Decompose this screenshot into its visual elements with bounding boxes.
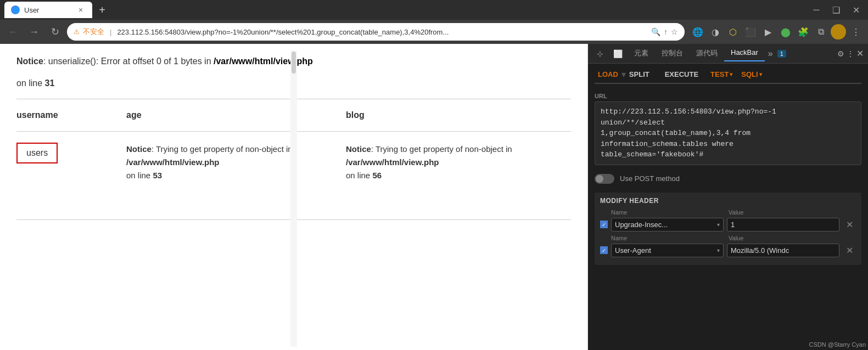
devtools-more-icon[interactable]: ⋮	[847, 49, 854, 58]
refresh-button[interactable]: ↻	[46, 23, 64, 41]
more-options-icon[interactable]: ⋮	[848, 24, 864, 39]
console-badge: 1	[777, 50, 786, 58]
browser-extension-icons: 🌐 ◑ ⬡ ⬛ ▶ ⬤ 🧩 ⧉ ⋮	[690, 24, 864, 39]
header1-checkbox[interactable]: ✓	[600, 221, 608, 228]
security-warning-text: 不安全	[83, 27, 104, 37]
header1-delete-button[interactable]: ✕	[843, 218, 856, 231]
devtools-close-icon[interactable]: ✕	[856, 48, 864, 59]
url-section: URL http://223.112.5.156:54803/view.php?…	[595, 93, 861, 165]
header1-value-text: 1	[731, 221, 735, 229]
header2-checkbox[interactable]: ✓	[600, 246, 608, 254]
ext-icon-4[interactable]: ⬛	[743, 24, 758, 39]
more-tabs-icon[interactable]: »	[768, 49, 773, 59]
back-button[interactable]: ←	[4, 23, 22, 41]
header1-value-label: Value	[729, 209, 839, 216]
tab-console[interactable]: 控制台	[655, 46, 690, 61]
line-number-1: 31	[45, 78, 55, 88]
profile-avatar[interactable]	[831, 24, 846, 39]
tab-favicon: 🌐	[11, 5, 20, 14]
header2-name-col: Name	[611, 235, 722, 242]
split-button[interactable]: SPLIT	[626, 69, 653, 80]
sep-1: ▾	[621, 69, 626, 80]
header2-name-input[interactable]: User-Agent ▾	[611, 244, 724, 257]
header1-name-input[interactable]: Upgrade-Insec... ▾	[611, 218, 724, 232]
page-content: Notice: unserialize(): Error at offset 0…	[0, 44, 588, 350]
age-line-text: on line	[126, 171, 153, 180]
ext-icon-5[interactable]: ▶	[760, 24, 776, 39]
tab-close-button[interactable]: ×	[76, 5, 86, 15]
watermark: CSDN @Starry Cyan	[809, 341, 866, 348]
header2-value-text: Mozilla/5.0 (Windc	[731, 246, 789, 255]
device-icon[interactable]: ⬜	[610, 46, 625, 61]
post-method-toggle[interactable]	[595, 174, 614, 184]
header2-value-label: Value	[729, 235, 839, 241]
header1-name-text: Upgrade-Insec...	[615, 221, 668, 229]
split-view-icon[interactable]: ⧉	[813, 24, 828, 39]
header2-value-input[interactable]: Mozilla/5.0 (Windc	[727, 244, 839, 257]
ext-icon-1[interactable]: 🌐	[690, 24, 705, 39]
scrollbar-thumb[interactable]	[292, 52, 296, 74]
th-age: age	[126, 110, 346, 120]
sqli-dropdown-arrow: ▾	[759, 71, 762, 77]
error-text-1: : unserialize(): Error at offset 0 of 1 …	[43, 57, 214, 66]
browser-tab[interactable]: 🌐 User ×	[4, 2, 92, 18]
tab-title: User	[24, 6, 71, 14]
td-age: Notice: Trying to get property of non-ob…	[126, 143, 346, 182]
age-notice-text: : Trying to get property of non-object i…	[152, 144, 293, 154]
devtools-settings-icon[interactable]: ⚙	[837, 49, 844, 58]
ext-icon-puzzle[interactable]: 🧩	[796, 24, 811, 39]
header1-name-label: Name	[611, 209, 722, 216]
error-filepath-1: /var/www/html/view.php	[214, 57, 313, 66]
header2-name-label: Name	[611, 235, 722, 241]
window-controls: ─ ❑ ✕	[809, 2, 864, 18]
inspect-icon[interactable]: ⊹	[592, 46, 608, 61]
address-separator: |	[110, 28, 111, 36]
page-scrollbar[interactable]	[290, 50, 297, 347]
header1-value-input[interactable]: 1	[727, 218, 839, 232]
header-row-2: ✓ User-Agent ▾ Mozilla/5.0 (Windc ✕	[600, 244, 856, 257]
url-text[interactable]: 223.112.5.156:54803/view.php?no=-1%20uni…	[117, 28, 648, 36]
close-button[interactable]: ✕	[848, 2, 864, 18]
search-icon[interactable]: 🔍	[651, 27, 660, 36]
devtools-panel: ⊹ ⬜ 元素 控制台 源代码 HackBar » 1 ⚙ ⋮ ✕ LOAD ▾ …	[588, 44, 868, 350]
minimize-button[interactable]: ─	[809, 2, 824, 18]
url-input[interactable]: http://223.112.5.156:54803/view.php?no=-…	[595, 101, 861, 165]
ext-icon-3[interactable]: ⬡	[725, 24, 741, 39]
age-line: 53	[153, 171, 162, 180]
forward-button[interactable]: →	[25, 23, 43, 41]
modify-header-title: MODIFY HEADER	[600, 197, 856, 205]
tab-sources[interactable]: 源代码	[690, 46, 724, 61]
header2-value-col: Value	[729, 235, 839, 242]
td-username: users	[16, 143, 126, 163]
tab-elements[interactable]: 元素	[628, 46, 655, 61]
header-row-1-labels: Name Value	[600, 209, 856, 217]
test-dropdown[interactable]: TEST ▾	[710, 70, 732, 78]
devtools-toolbar: ⊹ ⬜ 元素 控制台 源代码 HackBar » 1 ⚙ ⋮ ✕	[588, 44, 868, 64]
th-blog: blog	[346, 110, 571, 120]
address-icons: 🔍 ↑ ☆	[651, 27, 678, 36]
header1-value-col: Value	[729, 209, 839, 217]
main-layout: Notice: unserialize(): Error at offset 0…	[0, 44, 868, 350]
sqli-dropdown[interactable]: SQLI ▾	[741, 70, 761, 78]
test-dropdown-arrow: ▾	[730, 71, 732, 77]
age-notice-bold: Notice	[126, 144, 152, 154]
header-row-1: ✓ Upgrade-Insec... ▾ 1 ✕	[600, 218, 856, 232]
error-bold-1: Notice	[16, 57, 43, 66]
ext-icon-6[interactable]: ⬤	[778, 24, 793, 39]
security-warning-icon: ⚠	[74, 28, 80, 36]
execute-button[interactable]: EXECUTE	[662, 69, 702, 80]
load-button[interactable]: LOAD	[595, 69, 621, 80]
share-icon[interactable]: ↑	[664, 27, 668, 36]
header2-name-dropdown-icon[interactable]: ▾	[717, 247, 720, 253]
address-bar[interactable]: ⚠ 不安全 | 223.112.5.156:54803/view.php?no=…	[67, 23, 685, 41]
bookmark-icon[interactable]: ☆	[671, 27, 678, 36]
header1-name-dropdown-icon[interactable]: ▾	[717, 222, 720, 228]
header2-delete-button[interactable]: ✕	[843, 244, 856, 257]
new-tab-button[interactable]: +	[94, 2, 110, 18]
url-label: URL	[595, 93, 861, 99]
tab-hackbar[interactable]: HackBar	[724, 46, 765, 61]
maximize-button[interactable]: ❑	[828, 2, 844, 18]
header-row-2-labels: Name Value	[600, 235, 856, 242]
header1-name-col: Name	[611, 209, 722, 217]
ext-icon-2[interactable]: ◑	[708, 24, 723, 39]
